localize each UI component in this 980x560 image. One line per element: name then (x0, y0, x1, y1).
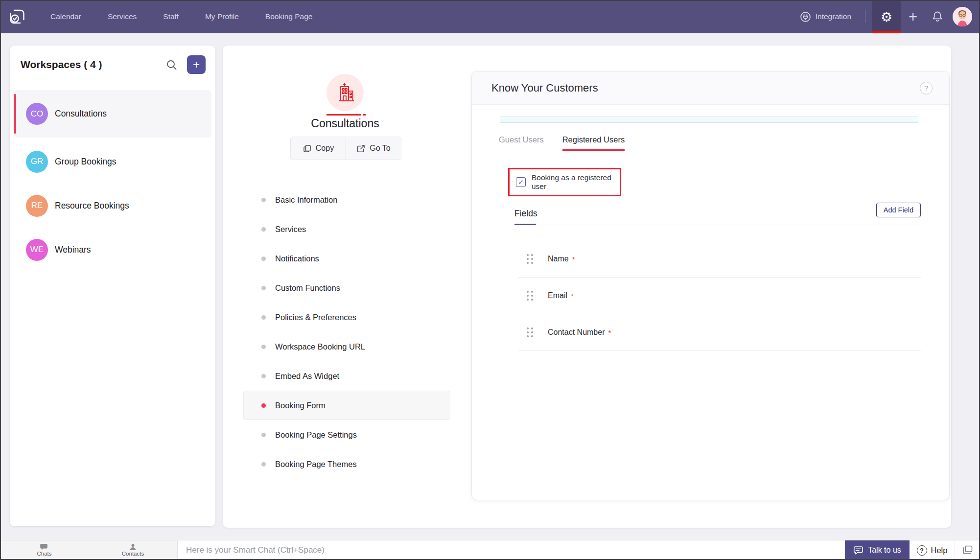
workspace-actions: Copy Go To (290, 137, 401, 160)
contacts-tab[interactable]: Contacts (89, 540, 177, 560)
help-icon[interactable]: ? (920, 82, 933, 94)
search-icon[interactable] (166, 59, 177, 70)
highlight-annotation-box: ✓ Booking as a registered user (508, 168, 621, 196)
workspace-item-group-bookings[interactable]: GR Group Bookings (10, 140, 215, 184)
smart-chat-bar: Chats Contacts Talk to us ? Help (0, 540, 980, 560)
bullet-icon (261, 345, 266, 349)
workspace-label: Resource Bookings (55, 201, 129, 211)
drag-handle-icon[interactable] (527, 254, 533, 264)
bullet-icon (261, 227, 266, 232)
kyc-tabs: Guest Users Registered Users (499, 129, 919, 150)
contacts-label: Contacts (122, 551, 144, 557)
registered-user-checkbox[interactable]: ✓ (516, 177, 526, 187)
drag-handle-icon[interactable] (527, 327, 533, 337)
bullet-icon (261, 462, 266, 467)
goto-label: Go To (370, 144, 390, 153)
main-nav: Calendar Services Staff My Profile Booki… (37, 0, 326, 33)
fields-active-underline (514, 224, 536, 225)
menu-label: Booking Form (275, 401, 326, 410)
nav-item-staff[interactable]: Staff (150, 12, 192, 21)
question-mark-icon: ? (917, 545, 927, 556)
nav-item-my-profile[interactable]: My Profile (192, 12, 252, 21)
avatar-group-bookings: GR (26, 151, 48, 173)
workspaces-sidebar: Workspaces ( 4 ) + CO Consultations GR G… (10, 46, 215, 526)
field-row-email: Email * (518, 278, 921, 314)
menu-label: Basic Information (275, 195, 337, 205)
kyc-body: Guest Users Registered Users ✓ Booking a… (472, 105, 949, 500)
fields-section-label: Fields (514, 209, 537, 219)
field-row-name: Name * (518, 241, 921, 278)
bullet-icon (261, 374, 266, 378)
bookings-logo-icon[interactable] (7, 6, 27, 27)
add-workspace-button[interactable]: + (187, 55, 206, 74)
menu-label: Services (275, 225, 306, 234)
copy-button[interactable]: Copy (291, 137, 346, 160)
required-marker: * (608, 328, 611, 337)
menu-item-custom-functions[interactable]: Custom Functions (243, 273, 450, 303)
menu-item-notifications[interactable]: Notifications (243, 244, 450, 273)
stacked-windows-button[interactable] (955, 540, 980, 560)
menu-item-workspace-booking-url[interactable]: Workspace Booking URL (243, 332, 450, 361)
field-label: Contact Number (548, 328, 605, 337)
tab-guest-users[interactable]: Guest Users (499, 129, 544, 150)
notifications-button[interactable] (925, 0, 950, 33)
copy-icon (303, 144, 312, 153)
fields-divider (514, 225, 921, 225)
smart-chat-input-area (178, 540, 845, 560)
kyc-header: Know Your Customers ? (472, 71, 949, 105)
registered-user-checkbox-label: Booking as a registered user (532, 173, 620, 191)
menu-item-services[interactable]: Services (243, 214, 450, 244)
menu-label: Booking Page Settings (275, 430, 357, 440)
plug-icon (800, 11, 811, 23)
menu-label: Embed As Widget (275, 372, 339, 381)
external-link-icon (356, 144, 366, 153)
chat-outline-icon (853, 546, 863, 555)
field-label: Email (548, 291, 567, 300)
nav-divider (865, 10, 865, 23)
avatar-consultations: CO (26, 103, 48, 125)
talk-to-us-button[interactable]: Talk to us (845, 540, 910, 560)
stacked-windows-icon (962, 545, 973, 555)
menu-item-booking-page-themes[interactable]: Booking Page Themes (243, 449, 450, 479)
user-avatar[interactable] (953, 7, 972, 26)
help-button[interactable]: ? Help (910, 540, 955, 560)
workspace-item-webinars[interactable]: WE Webinars (10, 228, 215, 272)
help-label: Help (931, 546, 948, 555)
workspace-detail-panel: Consultations Copy Go To Basic Informati… (223, 46, 951, 528)
nav-item-services[interactable]: Services (94, 12, 150, 21)
menu-item-embed-as-widget[interactable]: Embed As Widget (243, 361, 450, 391)
tab-registered-users[interactable]: Registered Users (562, 129, 625, 150)
menu-label: Workspace Booking URL (275, 342, 365, 351)
menu-item-policies-preferences[interactable]: Policies & Preferences (243, 303, 450, 332)
menu-item-basic-information[interactable]: Basic Information (243, 185, 450, 214)
goto-button[interactable]: Go To (346, 137, 401, 160)
bullet-icon (261, 257, 266, 261)
menu-item-booking-page-settings[interactable]: Booking Page Settings (243, 420, 450, 449)
know-your-customers-card: Know Your Customers ? Guest Users Regist… (471, 71, 950, 500)
building-icon-underline (327, 114, 361, 116)
plus-icon: + (909, 9, 917, 24)
drag-handle-icon[interactable] (527, 291, 533, 301)
workspace-item-resource-bookings[interactable]: RE Resource Bookings (10, 184, 215, 228)
bullet-icon (261, 403, 266, 408)
workspace-item-consultations[interactable]: CO Consultations (14, 90, 211, 138)
add-field-button[interactable]: Add Field (876, 203, 921, 217)
menu-item-booking-form[interactable]: Booking Form (243, 391, 450, 420)
smart-chat-input[interactable] (178, 545, 845, 555)
settings-button[interactable]: ⚙ (872, 0, 901, 33)
add-button-topnav[interactable]: + (901, 0, 925, 33)
workspace-list: CO Consultations GR Group Bookings RE Re… (10, 82, 215, 272)
footer-tabs: Chats Contacts (0, 540, 178, 560)
bullet-icon (261, 433, 266, 437)
nav-item-calendar[interactable]: Calendar (37, 12, 94, 21)
nav-item-booking-page[interactable]: Booking Page (252, 12, 326, 21)
integration-button[interactable]: Integration (800, 11, 851, 23)
info-banner-partial (500, 117, 918, 123)
chats-tab[interactable]: Chats (0, 540, 89, 560)
gear-icon: ⚙ (881, 10, 892, 23)
sidebar-header: Workspaces ( 4 ) + (10, 46, 215, 82)
bell-icon (932, 10, 943, 23)
top-navbar: Calendar Services Staff My Profile Booki… (0, 0, 980, 33)
workspace-settings-menu: Basic Information Services Notifications… (243, 185, 450, 479)
person-icon (129, 543, 137, 551)
